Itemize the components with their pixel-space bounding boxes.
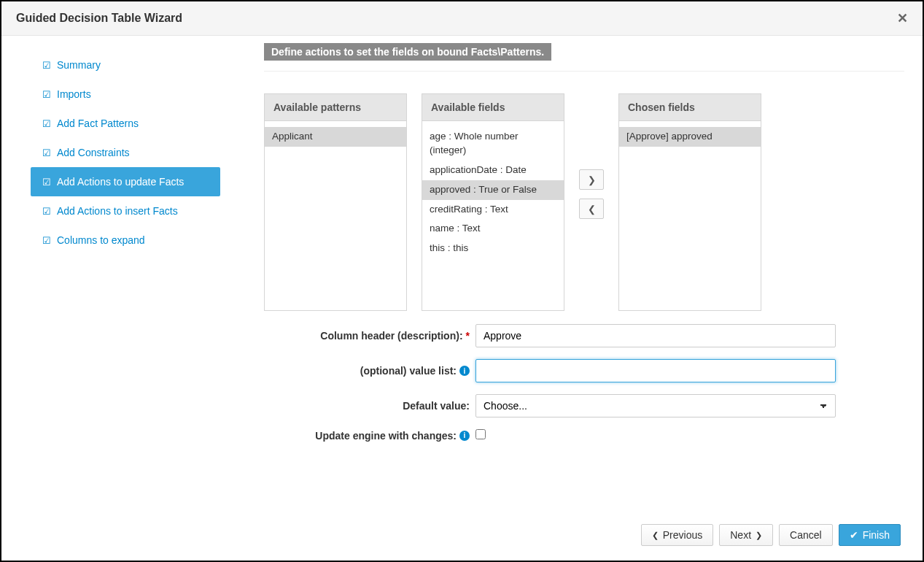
check-icon: ☑ (42, 147, 51, 158)
button-label: Next (730, 529, 751, 541)
sidebar-item-label: Columns to expand (57, 234, 145, 246)
move-left-button[interactable]: ❮ (579, 199, 604, 219)
panel-body: [Approve] approved (619, 121, 761, 310)
check-icon: ☑ (42, 206, 51, 217)
modal-footer: ❮ Previous Next ❯ Cancel ✔ Finish (1, 514, 923, 561)
form-label: (optional) value list: i (264, 365, 475, 377)
form-label: Update engine with changes: i (264, 430, 475, 442)
list-item[interactable]: applicationDate : Date (422, 161, 564, 180)
check-icon: ✔ (850, 529, 858, 541)
label-text: Column header (description): (320, 330, 462, 342)
chevron-left-icon: ❮ (588, 204, 596, 215)
required-icon: * (466, 330, 470, 342)
panel-header: Available fields (422, 94, 564, 121)
next-button[interactable]: Next ❯ (719, 524, 773, 546)
value-list-input[interactable] (475, 359, 836, 382)
form-label: Default value: (264, 400, 475, 412)
sidebar-item-columns-expand[interactable]: ☑ Columns to expand (31, 226, 220, 255)
list-item[interactable]: name : Text (422, 219, 564, 239)
label-text: (optional) value list: (360, 365, 457, 377)
available-fields-panel: Available fields age : Whole number (int… (422, 93, 564, 311)
instruction-banner: Define actions to set the fields on boun… (264, 43, 551, 61)
list-item[interactable]: approved : True or False (422, 180, 564, 200)
form-row-default-value: Default value: Choose... (264, 394, 904, 417)
sidebar-item-label: Add Constraints (57, 147, 130, 158)
previous-button[interactable]: ❮ Previous (641, 524, 713, 546)
sidebar-item-fact-patterns[interactable]: ☑ Add Fact Patterns (31, 109, 220, 138)
button-label: Cancel (790, 529, 822, 541)
list-item[interactable]: this : this (422, 239, 564, 258)
sidebar-item-imports[interactable]: ☑ Imports (31, 80, 220, 109)
chevron-left-icon: ❮ (652, 531, 659, 540)
finish-button[interactable]: ✔ Finish (839, 524, 901, 546)
main-content: Define actions to set the fields on boun… (220, 43, 923, 496)
transfer-arrows: ❯ ❮ (579, 93, 604, 219)
check-icon: ☑ (42, 177, 51, 188)
update-engine-checkbox[interactable] (475, 429, 486, 439)
check-icon: ☑ (42, 60, 51, 71)
chevron-right-icon: ❯ (756, 531, 762, 540)
form-row-value-list: (optional) value list: i (264, 359, 904, 382)
check-icon: ☑ (42, 89, 51, 100)
sidebar-item-constraints[interactable]: ☑ Add Constraints (31, 138, 220, 167)
wizard-modal: Guided Decision Table Wizard ✕ ☑ Summary… (0, 0, 924, 562)
panels-row: Available patterns Applicant Available f… (264, 93, 904, 311)
divider (264, 71, 904, 72)
sidebar-item-label: Add Actions to update Facts (57, 176, 184, 188)
sidebar-item-label: Imports (57, 88, 91, 100)
chevron-right-icon: ❯ (588, 174, 596, 185)
column-header-input[interactable] (475, 324, 836, 347)
form-row-update-engine: Update engine with changes: i (264, 429, 904, 442)
panel-header: Chosen fields (619, 94, 761, 121)
panel-body: Applicant (265, 121, 406, 310)
available-patterns-panel: Available patterns Applicant (264, 93, 407, 311)
modal-body: ☑ Summary ☑ Imports ☑ Add Fact Patterns … (1, 36, 923, 496)
sidebar-item-label: Add Fact Patterns (57, 118, 139, 129)
sidebar-item-label: Summary (57, 59, 101, 71)
panel-header: Available patterns (265, 94, 406, 121)
info-icon[interactable]: i (459, 366, 470, 376)
panel-body: age : Whole number (integer) application… (422, 121, 564, 310)
modal-title: Guided Decision Table Wizard (16, 12, 182, 25)
list-item[interactable]: Applicant (265, 127, 406, 147)
label-text: Default value: (403, 400, 470, 412)
modal-header: Guided Decision Table Wizard ✕ (1, 1, 923, 36)
chosen-fields-panel: Chosen fields [Approve] approved (618, 93, 761, 311)
list-item[interactable]: creditRating : Text (422, 200, 564, 220)
check-icon: ☑ (42, 118, 51, 129)
wizard-sidebar: ☑ Summary ☑ Imports ☑ Add Fact Patterns … (1, 43, 220, 496)
check-icon: ☑ (42, 235, 51, 246)
sidebar-item-update-facts[interactable]: ☑ Add Actions to update Facts (31, 167, 220, 196)
close-icon[interactable]: ✕ (897, 10, 908, 26)
list-item[interactable]: [Approve] approved (619, 127, 761, 147)
default-value-select[interactable]: Choose... (475, 394, 836, 417)
form-label: Column header (description): * (264, 330, 475, 342)
form-row-column-header: Column header (description): * (264, 324, 904, 347)
button-label: Finish (863, 529, 890, 541)
sidebar-item-summary[interactable]: ☑ Summary (31, 50, 220, 80)
label-text: Update engine with changes: (315, 430, 457, 442)
form-area: Column header (description): * (optional… (264, 324, 904, 442)
list-item[interactable]: age : Whole number (integer) (422, 127, 564, 161)
info-icon[interactable]: i (459, 431, 470, 441)
sidebar-item-label: Add Actions to insert Facts (57, 205, 178, 217)
sidebar-item-insert-facts[interactable]: ☑ Add Actions to insert Facts (31, 196, 220, 226)
move-right-button[interactable]: ❯ (579, 169, 604, 190)
button-label: Previous (663, 529, 702, 541)
cancel-button[interactable]: Cancel (779, 524, 833, 546)
